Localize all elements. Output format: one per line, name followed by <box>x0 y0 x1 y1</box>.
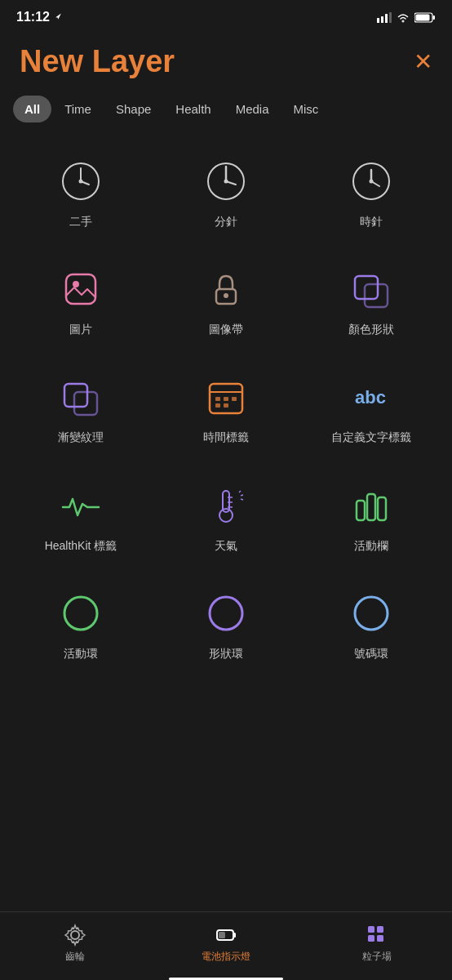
filter-time[interactable]: Time <box>53 96 103 122</box>
svg-rect-2 <box>385 14 388 23</box>
second-hand-label: 二手 <box>69 214 92 229</box>
shape-ring-label: 形狀環 <box>209 646 243 661</box>
hour-hand-label: 時針 <box>360 214 383 229</box>
svg-rect-19 <box>66 274 95 304</box>
lock-icon <box>202 265 250 314</box>
svg-rect-30 <box>224 397 228 401</box>
item-activity-ring[interactable]: 活動環 <box>8 571 153 679</box>
close-button[interactable]: ✕ <box>414 51 432 74</box>
item-image[interactable]: 圖片 <box>8 247 153 354</box>
svg-line-42 <box>241 499 243 500</box>
item-custom-text[interactable]: abc 自定義文字標籤 <box>299 354 444 462</box>
battery-status-icon <box>414 12 436 23</box>
svg-rect-25 <box>64 384 87 407</box>
filter-health[interactable]: Health <box>164 96 222 122</box>
minute-hand-label: 分針 <box>215 214 237 229</box>
svg-rect-53 <box>368 926 374 933</box>
image-icon <box>56 265 105 314</box>
svg-point-22 <box>224 293 228 298</box>
bar-chart-icon <box>347 481 396 530</box>
filter-all[interactable]: All <box>13 96 51 122</box>
svg-rect-6 <box>416 14 430 20</box>
ring-purple-icon <box>202 589 250 638</box>
item-image-band[interactable]: 圖像帶 <box>153 247 299 354</box>
nav-gear[interactable]: 齒輪 <box>0 924 151 964</box>
svg-rect-55 <box>368 935 374 942</box>
item-gradient-texture[interactable]: 漸變紋理 <box>8 354 153 462</box>
svg-rect-33 <box>224 403 228 408</box>
svg-rect-5 <box>433 16 436 20</box>
signal-icon <box>377 12 392 23</box>
nav-battery[interactable]: 電池指示燈 <box>151 924 302 964</box>
gauge-ring-label: 號碼環 <box>354 646 388 661</box>
item-color-shape[interactable]: 顏色形狀 <box>299 247 444 354</box>
svg-point-49 <box>71 931 79 939</box>
page-title: New Layer <box>20 44 175 79</box>
svg-rect-29 <box>215 397 220 401</box>
abc-icon: abc <box>347 372 396 421</box>
item-activity-bar[interactable]: 活動欄 <box>299 463 444 571</box>
svg-text:abc: abc <box>355 387 386 408</box>
activity-bar-label: 活動欄 <box>354 538 388 553</box>
time-label-label: 時間標籤 <box>203 430 249 444</box>
svg-rect-26 <box>74 392 97 415</box>
item-minute-hand[interactable]: 分針 <box>153 139 299 247</box>
svg-point-14 <box>224 180 228 184</box>
ring-blue-icon <box>347 589 396 638</box>
status-icons <box>377 12 436 23</box>
svg-line-41 <box>241 495 243 496</box>
header: New Layer ✕ <box>0 31 452 96</box>
item-shape-ring[interactable]: 形狀環 <box>153 571 299 679</box>
svg-line-40 <box>239 491 241 492</box>
svg-rect-43 <box>357 501 365 520</box>
svg-point-20 <box>73 281 79 287</box>
svg-rect-56 <box>377 935 383 942</box>
item-weather[interactable]: 天氣 <box>153 463 299 571</box>
gradient-label: 漸變紋理 <box>58 430 104 444</box>
calendar-icon <box>202 372 250 421</box>
svg-point-10 <box>79 180 83 184</box>
custom-text-label: 自定義文字標籤 <box>331 430 411 444</box>
color-shape-label: 顏色形狀 <box>348 322 394 336</box>
item-gauge-ring[interactable]: 號碼環 <box>299 571 444 679</box>
svg-rect-23 <box>355 276 378 299</box>
time-display: 11:12 <box>16 10 50 24</box>
svg-point-48 <box>355 597 388 630</box>
item-time-label[interactable]: 時間標籤 <box>153 354 299 462</box>
gear-label: 齒輪 <box>65 950 85 964</box>
filter-shape[interactable]: Shape <box>104 96 162 122</box>
thermometer-icon <box>202 481 250 530</box>
item-second-hand[interactable]: 二手 <box>8 139 153 247</box>
gradient-icon <box>56 372 105 421</box>
svg-rect-32 <box>215 403 220 408</box>
activity-ring-label: 活動環 <box>64 646 98 661</box>
battery-label: 電池指示燈 <box>202 950 250 964</box>
svg-rect-3 <box>389 12 392 23</box>
battery-icon <box>215 924 237 947</box>
item-hour-hand[interactable]: 時針 <box>299 139 444 247</box>
svg-point-46 <box>64 597 97 630</box>
status-bar: 11:12 <box>0 0 452 31</box>
color-shape-icon <box>347 265 396 314</box>
svg-rect-31 <box>232 397 237 401</box>
image-label: 圖片 <box>69 322 92 336</box>
healthkit-label: HealthKit 標籤 <box>45 538 117 553</box>
svg-rect-44 <box>367 494 375 520</box>
svg-rect-54 <box>377 926 383 933</box>
svg-rect-24 <box>365 284 388 307</box>
svg-point-36 <box>219 509 233 522</box>
bottom-nav: 齒輪 電池指示燈 粒子場 <box>0 911 452 980</box>
svg-rect-51 <box>233 933 236 938</box>
weather-label: 天氣 <box>215 538 237 553</box>
heartbeat-icon <box>56 481 105 530</box>
particles-label: 粒子場 <box>362 950 392 964</box>
hour-hand-icon <box>347 157 396 206</box>
filter-misc[interactable]: Misc <box>282 96 330 122</box>
filter-media[interactable]: Media <box>224 96 281 122</box>
filter-bar: All Time Shape Health Media Misc <box>0 96 452 122</box>
nav-particles[interactable]: 粒子場 <box>301 924 452 964</box>
svg-rect-52 <box>219 932 225 938</box>
item-healthkit[interactable]: HealthKit 標籤 <box>8 463 153 571</box>
svg-rect-0 <box>377 18 379 23</box>
svg-rect-45 <box>378 497 386 520</box>
